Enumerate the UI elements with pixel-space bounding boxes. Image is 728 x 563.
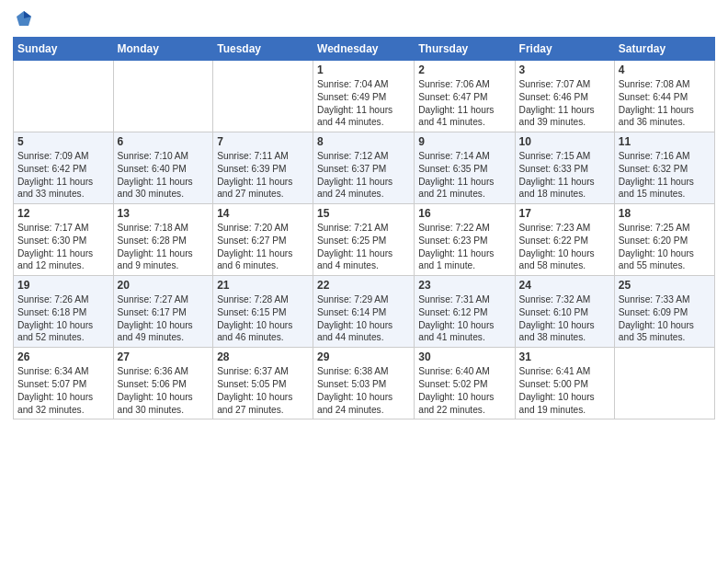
day-info: Sunrise: 7:26 AM Sunset: 6:18 PM Dayligh… (17, 293, 109, 344)
day-number: 13 (118, 207, 210, 220)
day-number: 1 (317, 63, 410, 76)
day-info: Sunrise: 7:06 AM Sunset: 6:47 PM Dayligh… (418, 78, 510, 129)
day-info: Sunrise: 7:17 AM Sunset: 6:30 PM Dayligh… (17, 222, 109, 272)
day-number: 22 (317, 279, 410, 292)
day-number: 8 (317, 135, 410, 148)
day-number: 27 (118, 350, 210, 363)
day-number: 21 (217, 279, 309, 292)
day-info: Sunrise: 7:15 AM Sunset: 6:33 PM Dayligh… (519, 150, 610, 201)
day-number: 14 (217, 207, 309, 220)
header (13, 9, 715, 31)
day-number: 30 (418, 350, 510, 363)
day-number: 31 (519, 350, 610, 363)
day-info: Sunrise: 6:34 AM Sunset: 5:07 PM Dayligh… (17, 365, 109, 416)
day-info: Sunrise: 6:40 AM Sunset: 5:02 PM Dayligh… (418, 365, 510, 416)
calendar-week-row: 26Sunrise: 6:34 AM Sunset: 5:07 PM Dayli… (14, 348, 715, 419)
day-number: 15 (317, 207, 410, 220)
calendar-cell: 8Sunrise: 7:12 AM Sunset: 6:37 PM Daylig… (313, 132, 415, 204)
day-number: 3 (519, 63, 610, 76)
calendar-cell: 11Sunrise: 7:16 AM Sunset: 6:32 PM Dayli… (614, 132, 714, 204)
weekday-header-sunday: Sunday (14, 38, 114, 61)
calendar-cell: 10Sunrise: 7:15 AM Sunset: 6:33 PM Dayli… (515, 132, 614, 204)
page: SundayMondayTuesdayWednesdayThursdayFrid… (0, 0, 728, 563)
day-number: 16 (418, 207, 510, 220)
day-info: Sunrise: 7:07 AM Sunset: 6:46 PM Dayligh… (519, 78, 610, 129)
calendar-cell: 25Sunrise: 7:33 AM Sunset: 6:09 PM Dayli… (614, 276, 714, 348)
weekday-header-thursday: Thursday (415, 38, 515, 61)
day-number: 9 (418, 135, 510, 148)
calendar-cell (113, 61, 213, 132)
day-info: Sunrise: 6:37 AM Sunset: 5:05 PM Dayligh… (217, 365, 309, 416)
calendar-cell: 23Sunrise: 7:31 AM Sunset: 6:12 PM Dayli… (415, 276, 515, 348)
calendar-week-row: 5Sunrise: 7:09 AM Sunset: 6:42 PM Daylig… (14, 132, 715, 204)
calendar-cell: 28Sunrise: 6:37 AM Sunset: 5:05 PM Dayli… (213, 348, 313, 419)
calendar-week-row: 12Sunrise: 7:17 AM Sunset: 6:30 PM Dayli… (14, 204, 715, 276)
calendar-cell: 26Sunrise: 6:34 AM Sunset: 5:07 PM Dayli… (14, 348, 114, 419)
day-info: Sunrise: 7:21 AM Sunset: 6:25 PM Dayligh… (317, 222, 410, 272)
day-number: 5 (17, 135, 109, 148)
day-number: 29 (317, 350, 410, 363)
weekday-header-row: SundayMondayTuesdayWednesdayThursdayFrid… (14, 38, 715, 61)
day-number: 18 (619, 207, 711, 220)
day-info: Sunrise: 7:08 AM Sunset: 6:44 PM Dayligh… (619, 78, 711, 129)
calendar-cell: 21Sunrise: 7:28 AM Sunset: 6:15 PM Dayli… (213, 276, 313, 348)
weekday-header-friday: Friday (515, 38, 614, 61)
calendar-cell: 22Sunrise: 7:29 AM Sunset: 6:14 PM Dayli… (313, 276, 415, 348)
calendar-cell: 18Sunrise: 7:25 AM Sunset: 6:20 PM Dayli… (614, 204, 714, 276)
calendar-cell: 24Sunrise: 7:32 AM Sunset: 6:10 PM Dayli… (515, 276, 614, 348)
calendar-cell: 20Sunrise: 7:27 AM Sunset: 6:17 PM Dayli… (113, 276, 213, 348)
weekday-header-monday: Monday (113, 38, 213, 61)
day-number: 26 (17, 350, 109, 363)
day-info: Sunrise: 6:36 AM Sunset: 5:06 PM Dayligh… (118, 365, 210, 416)
day-number: 28 (217, 350, 309, 363)
day-number: 24 (519, 279, 610, 292)
calendar-cell: 29Sunrise: 6:38 AM Sunset: 5:03 PM Dayli… (313, 348, 415, 419)
calendar-cell: 9Sunrise: 7:14 AM Sunset: 6:35 PM Daylig… (415, 132, 515, 204)
calendar-cell: 15Sunrise: 7:21 AM Sunset: 6:25 PM Dayli… (313, 204, 415, 276)
day-info: Sunrise: 7:20 AM Sunset: 6:27 PM Dayligh… (217, 222, 309, 272)
weekday-header-tuesday: Tuesday (213, 38, 313, 61)
calendar-cell: 7Sunrise: 7:11 AM Sunset: 6:39 PM Daylig… (213, 132, 313, 204)
calendar-cell (213, 61, 313, 132)
calendar-cell: 31Sunrise: 6:41 AM Sunset: 5:00 PM Dayli… (515, 348, 614, 419)
day-info: Sunrise: 7:33 AM Sunset: 6:09 PM Dayligh… (619, 293, 711, 344)
calendar-cell: 1Sunrise: 7:04 AM Sunset: 6:49 PM Daylig… (313, 61, 415, 132)
calendar-week-row: 1Sunrise: 7:04 AM Sunset: 6:49 PM Daylig… (14, 61, 715, 132)
day-number: 4 (619, 63, 711, 76)
day-info: Sunrise: 7:14 AM Sunset: 6:35 PM Dayligh… (418, 150, 510, 201)
calendar-cell (14, 61, 114, 132)
day-info: Sunrise: 7:27 AM Sunset: 6:17 PM Dayligh… (118, 293, 210, 344)
weekday-header-wednesday: Wednesday (313, 38, 415, 61)
day-info: Sunrise: 7:09 AM Sunset: 6:42 PM Dayligh… (17, 150, 109, 201)
weekday-header-saturday: Saturday (614, 38, 714, 61)
day-info: Sunrise: 7:12 AM Sunset: 6:37 PM Dayligh… (317, 150, 410, 201)
day-info: Sunrise: 7:28 AM Sunset: 6:15 PM Dayligh… (217, 293, 309, 344)
day-number: 2 (418, 63, 510, 76)
day-number: 11 (619, 135, 711, 148)
day-info: Sunrise: 7:29 AM Sunset: 6:14 PM Dayligh… (317, 293, 410, 344)
day-info: Sunrise: 6:38 AM Sunset: 5:03 PM Dayligh… (317, 365, 410, 416)
calendar-cell (614, 348, 714, 419)
day-info: Sunrise: 7:10 AM Sunset: 6:40 PM Dayligh… (118, 150, 210, 201)
logo (13, 9, 33, 31)
day-number: 6 (118, 135, 210, 148)
calendar-cell: 27Sunrise: 6:36 AM Sunset: 5:06 PM Dayli… (113, 348, 213, 419)
calendar-cell: 5Sunrise: 7:09 AM Sunset: 6:42 PM Daylig… (14, 132, 114, 204)
logo-icon (15, 9, 33, 31)
day-number: 7 (217, 135, 309, 148)
day-info: Sunrise: 6:41 AM Sunset: 5:00 PM Dayligh… (519, 365, 610, 416)
day-info: Sunrise: 7:16 AM Sunset: 6:32 PM Dayligh… (619, 150, 711, 201)
calendar-cell: 16Sunrise: 7:22 AM Sunset: 6:23 PM Dayli… (415, 204, 515, 276)
day-number: 19 (17, 279, 109, 292)
day-info: Sunrise: 7:23 AM Sunset: 6:22 PM Dayligh… (519, 222, 610, 272)
day-number: 12 (17, 207, 109, 220)
day-number: 25 (619, 279, 711, 292)
calendar-cell: 4Sunrise: 7:08 AM Sunset: 6:44 PM Daylig… (614, 61, 714, 132)
day-info: Sunrise: 7:04 AM Sunset: 6:49 PM Dayligh… (317, 78, 410, 129)
calendar-cell: 3Sunrise: 7:07 AM Sunset: 6:46 PM Daylig… (515, 61, 614, 132)
day-info: Sunrise: 7:25 AM Sunset: 6:20 PM Dayligh… (619, 222, 711, 272)
day-number: 17 (519, 207, 610, 220)
calendar-table: SundayMondayTuesdayWednesdayThursdayFrid… (13, 37, 715, 419)
calendar-cell: 13Sunrise: 7:18 AM Sunset: 6:28 PM Dayli… (113, 204, 213, 276)
day-info: Sunrise: 7:32 AM Sunset: 6:10 PM Dayligh… (519, 293, 610, 344)
